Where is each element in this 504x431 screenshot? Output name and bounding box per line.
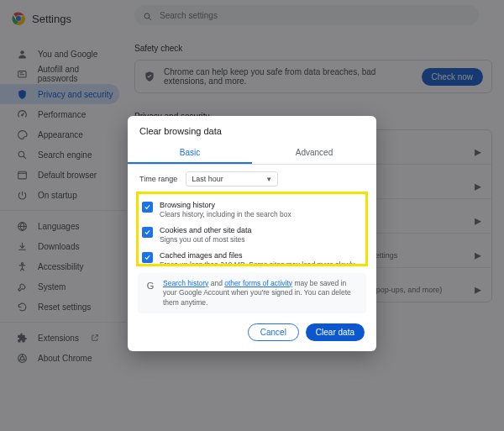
- check-desc: Clears history, including in the search …: [160, 210, 291, 219]
- link-search-history[interactable]: Search history: [163, 279, 208, 287]
- check-desc: Frees up less than 319 MB. Some sites ma…: [160, 260, 362, 266]
- modal-overlay[interactable]: Clear browsing data Basic Advanced Time …: [0, 0, 504, 431]
- check-row-cached[interactable]: Cached images and filesFrees up less tha…: [140, 248, 364, 266]
- checkbox-highlight-area: Browsing historyClears history, includin…: [136, 192, 368, 266]
- link-other-activity[interactable]: other forms of activity: [224, 279, 292, 287]
- google-g-icon: G: [144, 280, 156, 292]
- check-title: Browsing history: [160, 201, 291, 209]
- info-box: G Search history and other forms of acti…: [138, 273, 366, 313]
- clear-data-button[interactable]: Clear data: [306, 323, 365, 341]
- tab-basic[interactable]: Basic: [128, 143, 252, 164]
- check-row-browsing-history[interactable]: Browsing historyClears history, includin…: [140, 197, 364, 223]
- info-text: Search history and other forms of activi…: [163, 279, 360, 307]
- tab-advanced[interactable]: Advanced: [252, 143, 376, 164]
- checkbox-cookies[interactable]: [142, 227, 153, 238]
- checkbox-browsing-history[interactable]: [142, 202, 153, 213]
- time-range-select[interactable]: Last hour ▼: [186, 171, 278, 187]
- dialog-actions: Cancel Clear data: [128, 313, 376, 341]
- time-range-row: Time range Last hour ▼: [128, 165, 376, 192]
- dialog-tabs: Basic Advanced: [128, 143, 376, 165]
- cancel-button[interactable]: Cancel: [248, 323, 299, 341]
- check-row-cookies[interactable]: Cookies and other site dataSigns you out…: [140, 223, 364, 248]
- clear-browsing-data-dialog: Clear browsing data Basic Advanced Time …: [128, 116, 376, 351]
- checkbox-cached[interactable]: [142, 252, 153, 263]
- dialog-title: Clear browsing data: [128, 116, 376, 143]
- check-title: Cookies and other site data: [160, 226, 252, 234]
- check-desc: Signs you out of most sites: [160, 235, 252, 244]
- caret-down-icon: ▼: [265, 176, 272, 183]
- time-range-value: Last hour: [192, 175, 223, 183]
- check-title: Cached images and files: [160, 251, 362, 260]
- time-range-label: Time range: [139, 175, 177, 183]
